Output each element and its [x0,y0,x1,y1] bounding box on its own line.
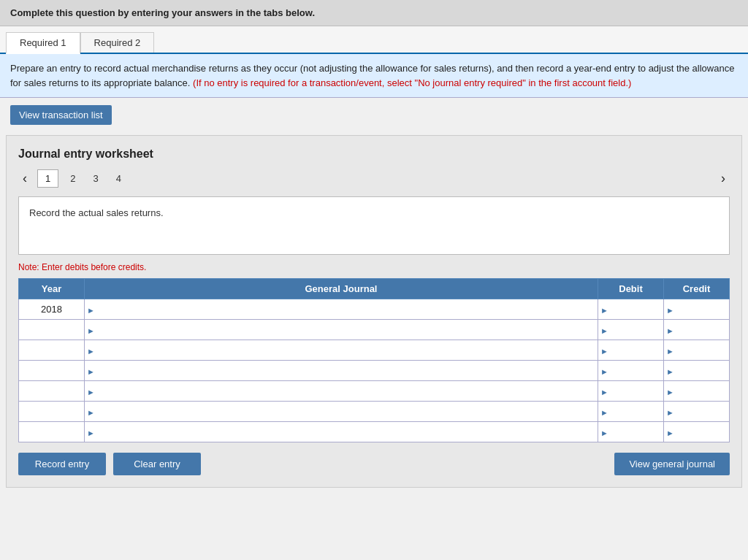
debit-input[interactable] [611,422,661,442]
debit-input[interactable] [611,320,661,340]
credit-cell[interactable]: ► [664,381,730,402]
step-3[interactable]: 3 [87,170,104,187]
worksheet-title: Journal entry worksheet [18,147,730,161]
tab-required-1[interactable]: Required 1 [6,32,80,54]
credit-input[interactable] [676,422,727,442]
step-nav: ‹ 1 2 3 4 › [18,169,730,188]
table-row: ►►► [19,320,730,340]
step-2[interactable]: 2 [64,170,81,187]
credit-input[interactable] [676,381,727,401]
note-text: Note: Enter debits before credits. [18,262,730,272]
debit-cell[interactable]: ► [598,299,664,320]
credit-cell[interactable]: ► [664,320,730,340]
year-cell [19,402,85,422]
credit-input[interactable] [676,299,727,319]
worksheet-container: Journal entry worksheet ‹ 1 2 3 4 › Reco… [6,135,742,488]
year-cell [19,361,85,381]
journal-table: Year General Journal Debit Credit 2018►►… [18,278,730,442]
debit-cell[interactable]: ► [598,381,664,402]
step-4[interactable]: 4 [110,170,127,187]
debit-cell[interactable]: ► [598,361,664,381]
credit-cell[interactable]: ► [664,340,730,361]
table-row: 2018►►► [19,299,730,320]
debit-input[interactable] [611,402,661,421]
year-cell: 2018 [19,299,85,320]
tab-required-2[interactable]: Required 2 [80,32,155,53]
credit-input[interactable] [676,340,727,360]
debit-input[interactable] [611,340,661,360]
view-general-journal-button[interactable]: View general journal [614,453,730,475]
active-step-box[interactable]: 1 [37,169,58,188]
table-row: ►►► [19,361,730,381]
clear-entry-button[interactable]: Clear entry [113,453,201,475]
gj-input[interactable] [97,361,595,380]
instructions-red: (If no entry is required for a transacti… [193,77,631,88]
col-header-year: Year [19,279,85,299]
gj-cell[interactable]: ► [85,340,598,361]
gj-cell[interactable]: ► [85,361,598,381]
year-cell [19,422,85,442]
gj-input[interactable] [97,422,595,442]
gj-cell[interactable]: ► [85,422,598,442]
gj-input[interactable] [97,340,595,360]
next-step-button[interactable]: › [717,169,730,188]
description-box: Record the actual sales returns. [18,196,730,255]
debit-cell[interactable]: ► [598,320,664,340]
gj-input[interactable] [97,402,595,421]
tabs-row: Required 1 Required 2 [0,26,748,54]
gj-cell[interactable]: ► [85,320,598,340]
gj-input[interactable] [97,381,595,401]
gj-input[interactable] [97,320,595,340]
debit-cell[interactable]: ► [598,340,664,361]
debit-input[interactable] [611,381,661,401]
col-header-credit: Credit [664,279,730,299]
table-row: ►►► [19,422,730,442]
year-cell [19,320,85,340]
credit-cell[interactable]: ► [664,402,730,422]
credit-input[interactable] [676,320,727,340]
credit-cell[interactable]: ► [664,361,730,381]
year-cell [19,381,85,402]
top-banner: Complete this question by entering your … [0,0,748,26]
col-header-gj: General Journal [85,279,598,299]
gj-cell[interactable]: ► [85,381,598,402]
table-row: ►►► [19,381,730,402]
gj-cell[interactable]: ► [85,299,598,320]
record-entry-button[interactable]: Record entry [18,453,106,475]
year-cell [19,340,85,361]
table-row: ►►► [19,402,730,422]
credit-cell[interactable]: ► [664,299,730,320]
view-transaction-button[interactable]: View transaction list [10,105,112,125]
debit-input[interactable] [611,361,661,380]
table-row: ►►► [19,340,730,361]
gj-cell[interactable]: ► [85,402,598,422]
banner-text: Complete this question by entering your … [10,7,315,18]
action-buttons: Record entry Clear entry View general jo… [18,453,730,475]
instructions-box: Prepare an entry to record actual mercha… [0,54,748,98]
debit-cell[interactable]: ► [598,402,664,422]
debit-cell[interactable]: ► [598,422,664,442]
prev-step-button[interactable]: ‹ [18,169,31,188]
gj-input[interactable] [97,299,595,319]
credit-cell[interactable]: ► [664,422,730,442]
credit-input[interactable] [676,361,727,380]
debit-input[interactable] [611,299,661,319]
col-header-debit: Debit [598,279,664,299]
credit-input[interactable] [676,402,727,421]
description-text: Record the actual sales returns. [29,207,164,218]
